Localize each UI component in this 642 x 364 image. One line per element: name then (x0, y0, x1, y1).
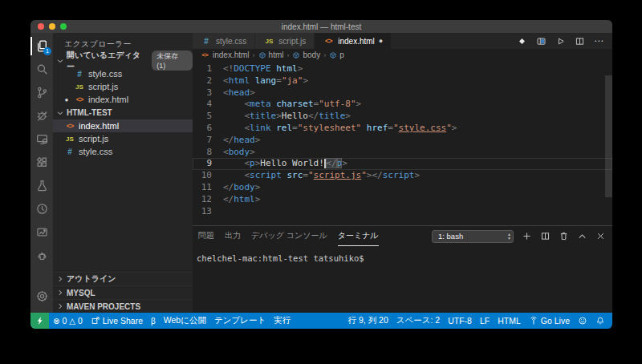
more-actions-icon[interactable]: ⋯ (594, 35, 604, 47)
line-number: 5 (193, 111, 223, 123)
boot-tools-activity-button[interactable] (30, 244, 53, 267)
encoding-status[interactable]: UTF-8 (444, 313, 476, 329)
beta-icon: β (151, 317, 156, 326)
code-line[interactable]: 4<meta charset="utf-8"> (193, 99, 612, 111)
file-item[interactable]: JS script.js (53, 132, 193, 145)
split-terminal-icon[interactable] (540, 231, 551, 241)
js-file-icon: JS (74, 83, 85, 91)
eol-status[interactable]: LF (476, 313, 494, 329)
window-title: index.html — html-test (282, 22, 361, 31)
go-live-button[interactable]: Go Live (525, 313, 574, 329)
kill-terminal-icon[interactable] (559, 231, 569, 241)
problems-status[interactable]: ⊗ 0 △ 0 (49, 313, 87, 329)
format-icon[interactable] (517, 36, 527, 47)
code-line[interactable]: 8<body> (193, 147, 612, 159)
code-line[interactable]: 13 (193, 206, 612, 218)
publish-web-button[interactable]: Webに公開 (160, 313, 210, 329)
js-file-icon: JS (64, 135, 75, 143)
new-terminal-icon[interactable] (522, 231, 532, 241)
run-code-icon[interactable] (555, 36, 566, 47)
close-panel-icon[interactable] (595, 231, 606, 241)
breadcrumb-item[interactable]: html (258, 51, 284, 59)
notifications-button[interactable] (591, 313, 609, 329)
traffic-lights (38, 20, 67, 33)
template-button[interactable]: テンプレート (210, 313, 270, 329)
tab-terminal[interactable]: ターミナル (338, 226, 379, 246)
maximize-panel-icon[interactable] (577, 231, 587, 241)
time-tracker-activity-button[interactable] (30, 197, 53, 220)
run-button[interactable]: 実行 (270, 313, 295, 329)
open-editors-header[interactable]: 開いているエディター 未保存 (1) (53, 54, 193, 67)
open-editor-item[interactable]: # style.css (53, 67, 193, 80)
breadcrumb-item[interactable]: <> index.html (199, 51, 250, 59)
tab-debug-console[interactable]: デバッグ コンソール (251, 226, 327, 246)
search-activity-button[interactable] (30, 58, 53, 81)
code-line[interactable]: 6<link rel="stylesheet" href="style.css"… (193, 123, 612, 135)
html-file-icon: <> (74, 95, 85, 103)
cursor-position-status[interactable]: 行 9, 列 20 (344, 313, 392, 329)
zoom-window-button[interactable] (60, 23, 67, 30)
maven-section-header[interactable]: MAVEN PROJECTS (53, 299, 193, 313)
folder-header[interactable]: HTML-TEST (53, 106, 193, 119)
terminal-shell-select[interactable]: 1: bash ▲▼ (432, 230, 514, 243)
file-item[interactable]: # style.css (53, 145, 193, 158)
line-number: 11 (193, 182, 223, 194)
code-line[interactable]: 2<html lang="ja"> (193, 75, 612, 87)
language-mode-status[interactable]: HTML (494, 313, 525, 329)
live-server-activity-button[interactable] (30, 220, 53, 244)
remote-indicator[interactable] (30, 313, 49, 329)
breadcrumb-separator: › (286, 51, 289, 59)
remote-preview-activity-button[interactable] (30, 127, 53, 151)
titlebar: index.html — html-test (30, 20, 612, 33)
beta-status[interactable]: β (147, 313, 160, 329)
tab-index-html[interactable]: <> index.html ● (315, 33, 392, 49)
terminal-output[interactable]: chelchel-mac:html-test tatsuhiko$ (193, 246, 612, 313)
line-number: 13 (193, 206, 223, 218)
bell-icon (595, 316, 605, 326)
code-line[interactable]: 10<script src="script.js"></script> (193, 170, 612, 182)
line-number: 7 (193, 135, 223, 147)
open-editor-item[interactable]: ● <> index.html (53, 93, 193, 106)
debug-activity-button[interactable] (30, 104, 53, 127)
code-line[interactable]: 11</body> (193, 182, 612, 194)
breadcrumb-separator: › (323, 51, 326, 59)
test-explorer-activity-button[interactable] (30, 174, 53, 197)
breadcrumb-item[interactable]: p (329, 51, 344, 59)
mysql-section-header[interactable]: MYSQL (53, 285, 193, 299)
code-line[interactable]: 5<title>Hello</title> (193, 111, 612, 123)
outline-section-header[interactable]: アウトライン (53, 272, 193, 285)
gear-icon (35, 289, 49, 303)
code-line[interactable]: 12</html> (193, 194, 612, 206)
tab-script-js[interactable]: JS script.js (255, 33, 315, 49)
select-stepper-icon: ▲▼ (507, 231, 511, 242)
line-number: 10 (193, 170, 223, 182)
tab-style-css[interactable]: # style.css (193, 33, 255, 49)
monitor-icon (35, 132, 49, 146)
open-editor-item[interactable]: JS script.js (53, 80, 193, 93)
source-control-activity-button[interactable] (30, 81, 53, 104)
code-editor[interactable]: 1<!DOCTYPE html>2<html lang="ja">3<head>… (193, 61, 612, 225)
minimize-window-button[interactable] (49, 23, 55, 30)
editor-scrollbar[interactable] (605, 75, 612, 197)
tab-problems[interactable]: 問題 (198, 226, 214, 246)
open-preview-icon[interactable] (536, 36, 547, 47)
live-share-status[interactable]: Live Share (87, 313, 147, 329)
indentation-status[interactable]: スペース: 2 (392, 313, 444, 329)
tab-output[interactable]: 出力 (225, 226, 241, 246)
split-editor-icon[interactable] (575, 36, 585, 47)
code-line[interactable]: 7</head> (193, 135, 612, 147)
code-line[interactable]: 1<!DOCTYPE html> (193, 63, 612, 75)
chevron-right-icon (56, 275, 64, 283)
extensions-activity-button[interactable] (30, 151, 53, 174)
code-line[interactable]: 3<head> (193, 87, 612, 99)
error-icon: ⊗ (53, 317, 59, 326)
css-file-icon: # (74, 70, 85, 79)
settings-button[interactable] (30, 285, 53, 308)
feedback-button[interactable] (574, 313, 591, 329)
close-window-button[interactable] (38, 23, 44, 30)
bolt-icon (35, 316, 45, 326)
file-item[interactable]: <> index.html (53, 119, 193, 132)
explorer-activity-button[interactable]: 1 (30, 34, 53, 58)
code-line[interactable]: 9<p>Hello World!</p> (193, 158, 612, 170)
breadcrumb-item[interactable]: body (292, 51, 320, 59)
